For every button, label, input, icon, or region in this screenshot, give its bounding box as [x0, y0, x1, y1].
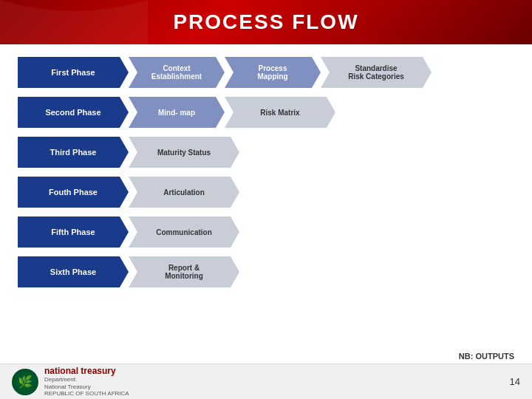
step-fouth-0: Articulation	[129, 177, 239, 208]
logo-main-text: national treasury	[44, 366, 129, 376]
step-fifth-0: Communication	[129, 216, 239, 248]
phase-row-third: Third PhaseMaturity Status	[18, 134, 514, 170]
phase-label-fouth: Fouth Phase	[18, 177, 129, 208]
logo-emblem-icon: 🌿	[12, 369, 38, 395]
phase-label-third: Third Phase	[18, 137, 129, 168]
main-content: First PhaseContext EstablishmentProcess …	[0, 44, 532, 296]
page-number: 14	[510, 376, 520, 387]
phase-row-fifth: Fifth PhaseCommunication	[18, 214, 514, 250]
phase-label-sixth: Sixth Phase	[18, 256, 129, 287]
page-title: PROCESS FLOW	[173, 10, 358, 34]
step-first-0: Context Establishment	[129, 57, 225, 88]
step-second-0: Mind- map	[129, 97, 225, 128]
phase-row-sixth: Sixth PhaseReport & Monitoring	[18, 254, 514, 290]
step-sixth-0: Report & Monitoring	[129, 256, 239, 287]
step-second-1: Risk Matrix	[225, 97, 335, 128]
phase-label-first: First Phase	[18, 57, 129, 88]
step-third-0: Maturity Status	[129, 137, 239, 168]
phase-row-second: Second PhaseMind- mapRisk Matrix	[18, 95, 514, 130]
page-footer: 🌿 national treasury Department: National…	[0, 364, 532, 399]
phase-label-fifth: Fifth Phase	[18, 216, 129, 248]
footer-logo: 🌿 national treasury Department: National…	[12, 366, 129, 398]
phase-label-second: Second Phase	[18, 97, 129, 128]
phase-row-first: First PhaseContext EstablishmentProcess …	[18, 55, 514, 90]
step-first-1: Process Mapping	[225, 57, 321, 88]
logo-sub3: REPUBLIC OF SOUTH AFRICA	[44, 390, 129, 398]
logo-sub1: Department:	[44, 376, 129, 383]
logo-text: national treasury Department: National T…	[44, 366, 129, 398]
logo-sub2: National Treasury	[44, 383, 129, 391]
step-first-2: Standardise Risk Categories	[321, 57, 432, 88]
page-header: PROCESS FLOW	[0, 0, 532, 44]
nb-outputs-label: NB: OUTPUTS	[459, 352, 514, 361]
phase-row-fouth: Fouth PhaseArticulation	[18, 174, 514, 210]
